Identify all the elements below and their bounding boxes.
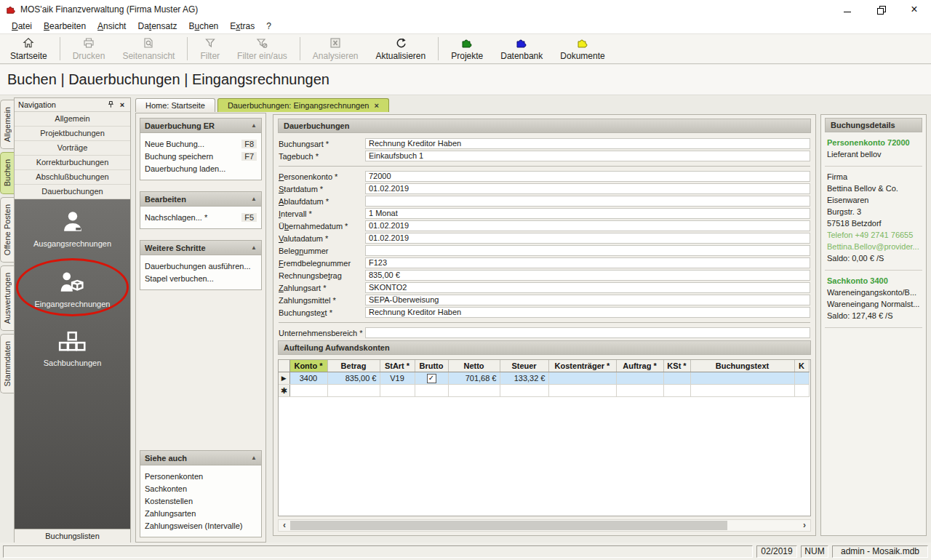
sidebar-item-buchungslisten[interactable]: Buchungslisten (15, 529, 130, 543)
action-buchung-speichern[interactable]: Buchung speichernF7 (145, 150, 257, 162)
cell-auftrag[interactable] (616, 372, 663, 385)
field-input-buchungsart[interactable]: Rechnung Kreditor Haben (365, 138, 810, 149)
tab-home-startseite[interactable]: Home: Startseite (135, 98, 215, 112)
cell-brutto[interactable]: ✓ (415, 372, 448, 385)
sidebar-item-korrekturbuchungen[interactable]: Korrekturbuchungen (15, 156, 130, 170)
cell-brutto[interactable] (415, 385, 448, 397)
menu-item-extras[interactable]: Extras (224, 20, 260, 33)
horizontal-scrollbar[interactable]: ‹ › (278, 519, 811, 532)
menu-item-bearbeiten[interactable]: Bearbeiten (38, 20, 92, 33)
cell-netto[interactable] (448, 385, 500, 397)
action-nachschlagen[interactable]: Nachschlagen... *F5 (145, 211, 257, 223)
action-zahlungsarten[interactable]: Zahlungsarten (145, 507, 257, 519)
side-tab-offene-posten[interactable]: Offene Posten (0, 197, 14, 263)
sidebar-item-dauerbuchungen[interactable]: Dauerbuchungen (15, 185, 130, 199)
cell-betrag[interactable] (327, 385, 380, 397)
cell-steuer[interactable] (500, 385, 548, 397)
sidebar-item-abschlu-buchungen[interactable]: Abschlußbuchungen (15, 170, 130, 185)
side-tab-stammdaten[interactable]: Stammdaten (0, 334, 14, 393)
action-kostenstellen[interactable]: Kostenstellen (145, 495, 257, 507)
column-header-kst[interactable]: KSt * (663, 360, 690, 372)
minimize-button[interactable] (831, 0, 864, 19)
menu-item-datei[interactable]: Datei (6, 20, 38, 33)
action-dauerbuchungen-ausf-hren[interactable]: Dauerbuchungen ausführen... (145, 260, 257, 272)
sidebar-item-sachbuchungen[interactable]: Sachbuchungen (44, 330, 102, 367)
cell-start[interactable] (380, 385, 415, 397)
menu-item-buchen[interactable]: Buchen (183, 20, 225, 33)
collapse-icon[interactable]: ▲ (251, 196, 257, 202)
action-stapel-verbuchen[interactable]: Stapel verbuchen... (145, 272, 257, 284)
cell-betrag[interactable]: 835,00 € (327, 372, 380, 385)
action-neue-buchung[interactable]: Neue Buchung...F8 (145, 137, 257, 150)
toolbar-dokumente-button[interactable]: Dokumente (551, 35, 613, 63)
action-sachkonten[interactable]: Sachkonten (145, 482, 257, 495)
column-header-brutto[interactable]: Brutto (415, 360, 448, 372)
sidebar-item-ausgangsrechnungen[interactable]: Ausgangsrechnungen (33, 209, 111, 248)
field-input-unternehmensbereich[interactable] (365, 327, 810, 338)
action-dauerbuchung-laden[interactable]: Dauerbuchung laden... (145, 162, 257, 175)
side-tab-allgemein[interactable]: Allgemein (0, 100, 14, 149)
action-zahlungsweisen-intervalle[interactable]: Zahlungsweisen (Intervalle) (145, 519, 257, 532)
details-line-telefon-49-2741-76655[interactable]: Telefon +49 2741 76655 (827, 229, 920, 241)
cell-kst[interactable] (663, 372, 690, 385)
sidebar-item-projektbuchungen[interactable]: Projektbuchungen (15, 127, 130, 141)
toolbar-startseite-button[interactable]: Startseite (1, 35, 56, 63)
sidebar-item-eingangsrechnungen[interactable]: Eingangsrechnungen (35, 270, 111, 308)
field-input-rechnungsbetrag[interactable]: 835,00 € (365, 270, 810, 281)
cell-konto[interactable] (289, 385, 327, 397)
action-personenkonten[interactable]: Personenkonten (145, 470, 257, 482)
field-input-valutadatum[interactable]: 01.02.2019 (365, 233, 810, 244)
column-header-auftrag[interactable]: Auftrag * (616, 360, 663, 372)
menu-item-ansicht[interactable]: Ansicht (92, 20, 132, 33)
field-input-belegnummer[interactable] (365, 245, 810, 256)
field-input-fremdbelegnummer[interactable]: F123 (365, 257, 810, 268)
cell-k[interactable] (794, 372, 809, 385)
field-input-buchungstext[interactable]: Rechnung Kreditor Haben (365, 307, 810, 318)
navigation-close-icon[interactable]: × (116, 100, 128, 109)
toolbar-datenbank-button[interactable]: Datenbank (492, 35, 551, 63)
cell-buchungstext[interactable] (690, 385, 794, 397)
field-input-ablaufdatum[interactable] (365, 196, 810, 207)
scrollbar-thumb[interactable] (290, 521, 727, 530)
column-header-kostentr-ger[interactable]: Kostenträger * (548, 360, 616, 372)
cell-auftrag[interactable] (616, 385, 663, 397)
scroll-right-icon[interactable]: › (799, 521, 810, 530)
field-input-zahlungsart[interactable]: SKONTO2 (365, 282, 810, 293)
restore-button[interactable] (864, 0, 898, 19)
row-selector-current[interactable]: ▶ (279, 372, 289, 385)
menu-item-[interactable]: ? (260, 20, 277, 33)
cell-kostentr-ger[interactable] (548, 372, 616, 385)
cell-buchungstext[interactable] (690, 372, 794, 385)
pin-icon[interactable] (105, 100, 116, 109)
collapse-icon[interactable]: ▲ (251, 244, 257, 251)
tab-dauerbuchungen-eingangsrechnungen[interactable]: Dauerbuchungen: Eingangsrechnungen× (217, 98, 389, 112)
field-input-personenkonto[interactable]: 72000 (365, 171, 810, 182)
details-line-bettina-bellov-provider[interactable]: Bettina.Bellov@provider... (827, 241, 920, 252)
cell-netto[interactable]: 701,68 € (448, 372, 500, 385)
field-input-intervall[interactable]: 1 Monat (365, 208, 810, 219)
collapse-icon[interactable]: ▲ (251, 122, 257, 129)
column-header-konto[interactable]: Konto * (289, 360, 327, 372)
brutto-checkbox[interactable]: ✓ (427, 374, 436, 383)
toolbar-aktualisieren-button[interactable]: Aktualisieren (367, 35, 435, 63)
row-selector-new[interactable]: ✱ (279, 385, 289, 397)
column-header-start[interactable]: StArt * (380, 360, 415, 372)
column-header-betrag[interactable]: Betrag (327, 360, 380, 372)
menu-item-datensatz[interactable]: Datensatz (132, 20, 183, 33)
close-button[interactable]: × (898, 0, 931, 19)
column-header-netto[interactable]: Netto (448, 360, 500, 372)
cell-kostentr-ger[interactable] (548, 385, 616, 397)
field-input-zahlungsmittel[interactable]: SEPA-Überweisung (365, 295, 810, 305)
cell-start[interactable]: V19 (380, 372, 415, 385)
scrollbar-track[interactable] (290, 521, 799, 530)
collapse-icon[interactable]: ▲ (251, 455, 257, 461)
tab-close-icon[interactable]: × (374, 101, 378, 110)
sidebar-item-vortr-ge[interactable]: Vorträge (15, 141, 130, 156)
column-header-k[interactable]: K (794, 360, 809, 372)
column-header-buchungstext[interactable]: Buchungstext (690, 360, 794, 372)
field-input-tagebuch[interactable]: Einkaufsbuch 1 (365, 151, 810, 161)
scroll-left-icon[interactable]: ‹ (279, 521, 290, 530)
cell-konto[interactable]: 3400 (289, 372, 327, 385)
field-input-startdatum[interactable]: 01.02.2019 (365, 183, 810, 194)
field-input-bernahmedatum[interactable]: 01.02.2019 (365, 220, 810, 231)
